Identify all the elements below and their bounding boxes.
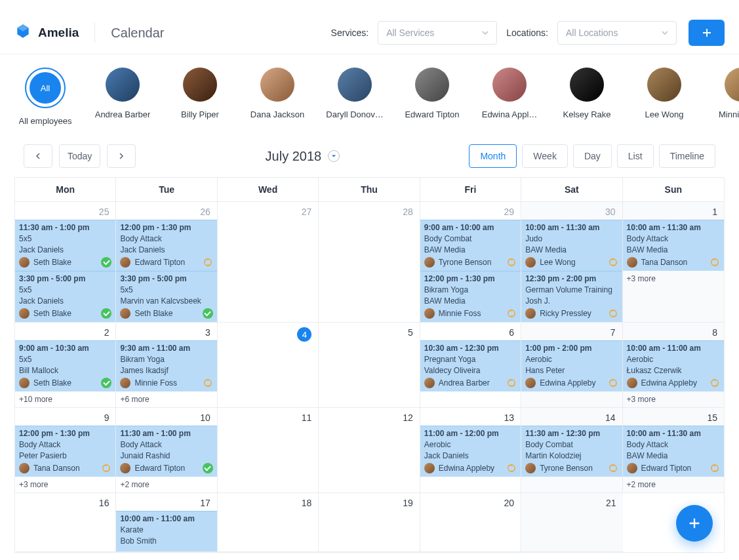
calendar-event[interactable]: 12:00 pm - 1:30 pmBody AttackJack Daniel… [116,220,216,271]
logo[interactable]: Amelia [14,23,95,43]
day-cell[interactable]: 110:00 am - 11:30 amBody AttackBAW Media… [623,202,724,323]
day-cell[interactable]: 21 [521,493,622,552]
day-cell[interactable]: 1411:30 am - 12:30 pmBody CombatMartin K… [521,408,622,493]
calendar-event[interactable]: 10:00 am - 11:30 amJudoBAW MediaLee Wong [521,220,622,271]
locations-select[interactable]: All Locations [557,21,677,45]
employee-filter-item[interactable]: Edward Tipton [404,68,460,126]
view-timeline[interactable]: Timeline [659,144,715,168]
more-events-link[interactable]: +3 more [15,477,115,492]
view-list[interactable]: List [617,144,654,168]
weekday-cell: Sun [623,178,724,202]
view-week[interactable]: Week [522,144,568,168]
calendar-event[interactable]: 1:00 pm - 2:00 pmAerobicHans PeterEdwina… [521,340,622,391]
day-cell[interactable]: 810:00 am - 11:00 amAerobicŁukasz Czerwi… [623,323,724,408]
employee-filter-item[interactable]: Lee Wong [636,68,692,126]
day-number: 1 [623,202,724,220]
employee-filter-item[interactable]: Edwina Appl… [481,68,538,126]
calendar-event[interactable]: 10:00 am - 11:30 amBody AttackBAW MediaT… [623,220,724,271]
calendar-event[interactable]: 9:00 am - 10:30 am5x5Bill MallockSeth Bl… [15,340,115,391]
day-cell[interactable]: 18 [218,493,319,552]
more-events-link[interactable]: +2 more [623,477,724,492]
prev-button[interactable] [24,144,52,168]
calendar-event[interactable]: 11:30 am - 1:00 pm5x5Jack DanielsSeth Bl… [15,220,115,271]
calendar-event[interactable]: 11:00 am - 12:00 pmAerobicJack DanielsEd… [420,426,521,477]
date-picker[interactable]: July 2018 [266,149,340,164]
event-time: 12:00 pm - 1:30 pm [19,429,111,438]
more-events-link[interactable]: +2 more [116,477,216,492]
calendar-event[interactable]: 10:00 am - 11:30 amBody AttackBAW MediaE… [623,426,724,477]
fab-add-button[interactable] [676,505,713,542]
day-cell[interactable]: 29:00 am - 10:30 am5x5Bill MallockSeth B… [15,323,116,408]
status-pending-icon [608,257,618,268]
status-pending-icon [101,463,111,473]
day-cell[interactable]: 3010:00 am - 11:30 amJudoBAW MediaLee Wo… [521,202,622,323]
more-events-link[interactable]: +6 more [116,391,216,407]
calendar-event[interactable]: 11:30 am - 1:00 pmBody AttackJunaid Rash… [116,426,216,477]
more-events-link[interactable]: +10 more [15,391,115,407]
day-cell[interactable]: 912:00 pm - 1:30 pmBody AttackPeter Pasi… [15,408,116,493]
day-cell[interactable]: 12 [319,408,420,493]
calendar-event[interactable]: 12:30 pm - 2:00 pmGerman Volume Training… [521,271,622,322]
view-day[interactable]: Day [573,144,612,168]
more-events-link[interactable]: +3 more [623,391,724,407]
status-pending-icon [608,308,618,319]
day-cell[interactable]: 19 [319,493,420,552]
weekday-cell: Mon [15,178,116,202]
day-number: 11 [218,408,318,426]
event-time: 10:00 am - 11:30 am [627,429,720,438]
day-number: 13 [420,408,521,426]
employee-filter-item[interactable]: Daryll Donov… [327,68,383,126]
day-cell[interactable]: 39:30 am - 11:00 amBikram YogaJames Ikad… [116,323,217,408]
status-pending-icon [709,463,720,473]
avatar [647,68,681,102]
calendar-event[interactable]: 3:30 pm - 5:00 pm5x5Marvin van Kalcvsbee… [116,271,216,322]
day-cell[interactable]: 27 [218,202,319,323]
day-cell[interactable]: 299:00 am - 10:00 amBody CombatBAW Media… [420,202,521,323]
next-button[interactable] [107,144,136,168]
day-cell[interactable]: 1710:00 am - 11:00 amKarateBob Smith [116,493,217,552]
calendar-event[interactable]: 10:00 am - 11:00 amAerobicŁukasz Czerwik… [623,340,724,391]
employee-name: Lee Wong [540,258,603,267]
employee-avatar [525,378,536,388]
employee-filter-item[interactable]: AllAll employees [17,68,73,126]
employee-filter-item[interactable]: Kelsey Rake [559,68,615,126]
day-cell[interactable]: 5 [319,323,420,408]
calendar-event[interactable]: 10:30 am - 12:30 pmPregnant YogaValdecy … [420,340,521,391]
calendar-event[interactable]: 3:30 pm - 5:00 pm5x5Jack DanielsSeth Bla… [15,271,115,322]
day-cell[interactable]: 2612:00 pm - 1:30 pmBody AttackJack Dani… [116,202,217,323]
day-cell[interactable]: 16 [15,493,116,552]
event-time: 3:30 pm - 5:00 pm [19,274,111,283]
employee-filter-item[interactable]: Minnie Foss [713,68,739,126]
day-cell[interactable]: 2511:30 am - 1:00 pm5x5Jack DanielsSeth … [15,202,116,323]
employee-filter-item[interactable]: Billy Piper [172,68,228,126]
day-cell[interactable]: 71:00 pm - 2:00 pmAerobicHans PeterEdwin… [521,323,622,408]
day-cell[interactable]: 1011:30 am - 1:00 pmBody AttackJunaid Ra… [116,408,217,493]
day-cell[interactable]: 1510:00 am - 11:30 amBody AttackBAW Medi… [623,408,724,493]
day-cell[interactable]: 20 [420,493,521,552]
employee-avatar [120,308,130,319]
add-button[interactable] [689,20,725,46]
day-cell[interactable]: 28 [319,202,420,323]
calendar-event[interactable]: 9:30 am - 11:00 amBikram YogaJames Ikads… [116,340,216,391]
calendar-event[interactable]: 10:00 am - 11:00 amKarateBob Smith [116,511,216,551]
day-cell[interactable]: 1311:00 am - 12:00 pmAerobicJack Daniels… [420,408,521,493]
day-cell[interactable]: 4 [218,323,319,408]
event-time: 1:00 pm - 2:00 pm [525,344,618,353]
calendar-event[interactable]: 9:00 am - 10:00 amBody CombatBAW MediaTy… [420,220,521,271]
event-time: 10:00 am - 11:00 am [120,514,212,523]
calendar-event[interactable]: 12:00 pm - 1:30 pmBody AttackPeter Pasie… [15,426,115,477]
services-select[interactable]: All Services [378,21,497,45]
employee-name: Seth Blake [33,378,97,388]
view-month[interactable]: Month [469,144,517,168]
employee-filter-item[interactable]: Dana Jackson [249,68,306,126]
day-cell[interactable]: 610:30 am - 12:30 pmPregnant YogaValdecy… [420,323,521,408]
day-cell[interactable]: 11 [218,408,319,493]
event-service: Aerobic [525,355,618,364]
today-button[interactable]: Today [59,144,100,168]
employee-name: Seth Blake [134,309,198,318]
more-events-link[interactable]: +3 more [623,271,724,287]
day-number: 7 [521,323,622,340]
employee-filter-item[interactable]: Andrea Barber [94,68,151,126]
calendar-event[interactable]: 11:30 am - 12:30 pmBody CombatMartin Kol… [521,426,622,477]
calendar-event[interactable]: 12:00 pm - 1:30 pmBikram YogaBAW MediaMi… [420,271,521,322]
